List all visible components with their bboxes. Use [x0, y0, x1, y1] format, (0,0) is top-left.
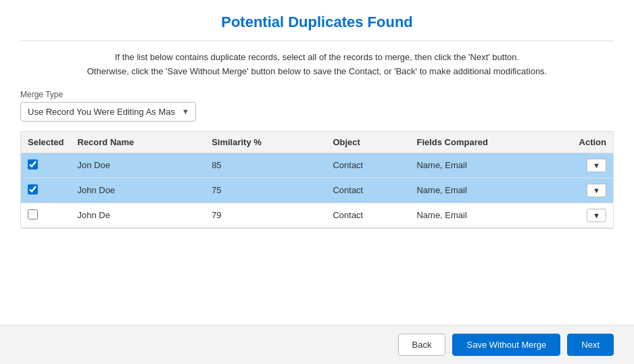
row3-record-name: John De	[70, 203, 205, 228]
table-row: Jon Doe 85 Contact Name, Email ▼	[21, 153, 613, 178]
row2-action-cell: ▼	[572, 178, 613, 203]
col-record-name: Record Name	[70, 132, 205, 153]
row1-action-cell: ▼	[572, 153, 613, 178]
footer: Back Save Without Merge Next	[0, 325, 634, 364]
duplicates-table-container: Selected Record Name Similarity % Object…	[20, 131, 614, 229]
row3-checkbox-cell	[21, 203, 70, 228]
row1-checkbox[interactable]	[28, 159, 38, 170]
table-row: John Doe 75 Contact Name, Email ▼	[21, 178, 613, 203]
row3-object: Contact	[326, 203, 410, 228]
merge-type-wrapper: Use Record You Were Editing As Master Us…	[20, 102, 196, 122]
col-object: Object	[326, 132, 410, 153]
title-divider	[20, 41, 614, 41]
next-button[interactable]: Next	[567, 334, 614, 356]
row1-object: Contact	[326, 153, 410, 178]
col-selected: Selected	[21, 132, 70, 153]
row3-action-button[interactable]: ▼	[587, 209, 606, 222]
merge-type-select[interactable]: Use Record You Were Editing As Master Us…	[20, 102, 196, 122]
instruction-text: If the list below contains duplicate rec…	[20, 51, 614, 79]
row2-object: Contact	[326, 178, 410, 203]
row3-similarity: 79	[205, 203, 326, 228]
table-section: Selected Record Name Similarity % Object…	[20, 131, 614, 229]
table-row: John De 79 Contact Name, Email ▼	[21, 203, 613, 228]
row2-checkbox[interactable]	[28, 184, 38, 194]
row2-checkbox-cell	[21, 178, 70, 203]
row1-similarity: 85	[205, 153, 326, 178]
row1-fields: Name, Email	[410, 153, 572, 178]
back-button[interactable]: Back	[398, 334, 446, 356]
merge-type-label: Merge Type	[20, 90, 614, 99]
row2-fields: Name, Email	[410, 178, 572, 203]
page-title: Potential Duplicates Found	[20, 14, 614, 31]
row3-action-cell: ▼	[572, 203, 613, 228]
row2-action-button[interactable]: ▼	[587, 184, 606, 197]
row2-similarity: 75	[205, 178, 326, 203]
row3-fields: Name, Email	[410, 203, 572, 228]
row1-checkbox-cell	[21, 153, 70, 178]
col-fields-compared: Fields Compared	[410, 132, 572, 153]
row2-record-name: John Doe	[70, 178, 205, 203]
duplicates-table: Selected Record Name Similarity % Object…	[21, 132, 613, 228]
col-action: Action	[572, 132, 613, 153]
row1-action-button[interactable]: ▼	[587, 159, 606, 172]
table-header-row: Selected Record Name Similarity % Object…	[21, 132, 613, 153]
row1-record-name: Jon Doe	[70, 153, 205, 178]
save-without-merge-button[interactable]: Save Without Merge	[452, 334, 560, 356]
col-similarity: Similarity %	[205, 132, 326, 153]
row3-checkbox[interactable]	[28, 209, 38, 219]
